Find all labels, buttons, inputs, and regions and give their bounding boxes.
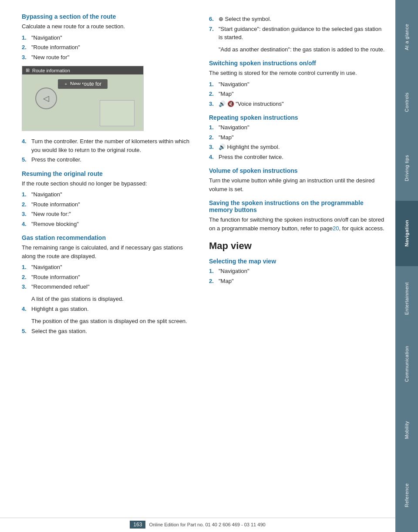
section1-intro: Calculate a new route for a route sectio… [22,22,196,31]
page-number: 163 [130,521,145,529]
list-item: 7."Start guidance": destination guidance… [209,25,387,42]
saving-intro: The function for switching the spoken in… [209,215,387,232]
selecting-map-steps: 1."Navigation" 2."Map" [209,267,387,285]
nav-highlight-text: New route for [70,81,101,87]
list-item: 3."New route for" [22,53,196,62]
steps-top: 6.⊕ Select the symbol. 7."Start guidance… [209,15,387,42]
list-item: 2."Route information" [22,43,196,52]
page-footer: 163 Online Edition for Part no. 01 40 2 … [0,518,395,529]
map-view-title: Map view [209,240,387,252]
list-item: 2."Map" [209,277,387,286]
section-title-resuming: Resuming the original route [22,170,196,177]
list-item: 3.🔊 Highlight the symbol. [209,143,387,152]
left-column: Bypassing a section of the route Calcula… [22,13,205,515]
section-title-switching: Switching spoken instructions on/off [209,60,387,67]
sidebar-tab-communication[interactable]: Communication [395,331,418,397]
section-title-repeating: Repeating spoken instructions [209,114,387,121]
nav-bar-text: Route information [32,68,70,73]
section3-steps3: 5.Select the gas station. [22,327,196,336]
list-item: 3."Recommended refuel" [22,283,196,291]
section-title-bypassing: Bypassing a section of the route [22,13,196,20]
arrow-line [58,85,84,86]
volume-intro: Turn the volume button while giving an i… [209,176,387,193]
repeating-steps: 1."Navigation" 2."Map" 3.🔊 Highlight the… [209,123,387,161]
nav-arrow-circle: ◁ [35,88,57,109]
footer-text: Online Edition for Part no. 01 40 2 606 … [149,522,265,527]
saving-intro-end: , for quick access. [339,225,384,232]
sidebar-tab-entertainment[interactable]: Entertainment [395,266,418,331]
section-title-volume: Volume of spoken instructions [209,167,387,174]
list-item: 2."Map" [209,133,387,142]
sidebar-tab-at-a-glance[interactable]: At a glance [395,4,418,70]
list-item: 2."Route information" [22,200,196,209]
map-bg-detail [100,100,135,126]
sidebar-tab-driving-tips[interactable]: Driving tips [395,135,418,201]
nav-screenshot: ⊞ Route information New route for ◁ [22,66,144,131]
list-item: 3.🔊 🔇 "Voice instructions" [209,100,387,108]
list-item: 1."Navigation" [22,34,196,42]
list-item: 2."Map" [209,90,387,98]
list-item: 1."Navigation" [209,267,387,276]
section2-steps: 1."Navigation" 2."Route information" 3."… [22,190,196,228]
list-item: 2."Route information" [22,273,196,282]
list-item: 4.Turn the controller. Enter the number … [22,137,196,154]
nav-bar: ⊞ Route information [22,66,143,74]
switching-steps: 1."Navigation" 2."Map" 3.🔊 🔇 "Voice inst… [209,80,387,108]
list-item: 5.Press the controller. [22,155,196,164]
list-item: 3."New route for:" [22,210,196,219]
list-item: 1."Navigation" [209,80,387,89]
list-item: 1."Navigation" [209,123,387,132]
section-title-gas: Gas station recommendation [22,234,196,241]
list-item: 5.Select the gas station. [22,327,196,336]
section3-steps2: 4.Highlight a gas station. [22,305,196,313]
sidebar-tab-mobility[interactable]: Mobility [395,397,418,462]
section3-sub2: The position of the gas station is displ… [31,317,196,326]
list-item: 4.Press the controller twice. [209,153,387,162]
section3-intro: The remaining range is calculated, and i… [22,243,196,260]
list-item: 6.⊕ Select the symbol. [209,15,387,24]
section1-steps-continued: 4.Turn the controller. Enter the number … [22,137,196,164]
sidebar-tab-controls[interactable]: Controls [395,70,418,135]
list-item: 4.Highlight a gas station. [22,305,196,313]
list-item: 1."Navigation" [22,263,196,272]
section1-steps-list: 1."Navigation" 2."Route information" 3."… [22,34,196,62]
sidebar-tab-reference[interactable]: Reference [395,462,418,528]
section-title-selecting-map: Selecting the map view [209,258,387,265]
section-title-saving: Saving the spoken instructions on the pr… [209,199,387,213]
switching-intro: The setting is stored for the remote con… [209,69,387,77]
sidebar-tab-navigation[interactable]: Navigation [395,201,418,266]
right-column: 6.⊕ Select the symbol. 7."Start guidance… [205,13,387,515]
section2-intro: If the route section should no longer be… [22,179,196,188]
section3-steps1: 1."Navigation" 2."Route information" 3."… [22,263,196,291]
section3-sub1: A list of the gas stations is displayed. [31,295,196,303]
saving-page-ref: 20 [333,225,339,232]
nav-bar-icon: ⊞ [26,67,30,73]
list-item: 1."Navigation" [22,190,196,199]
sub-7: "Add as another destination": the gas st… [219,45,387,54]
sidebar: At a glance Controls Driving tips Naviga… [395,0,418,532]
list-item: 4."Remove blocking" [22,220,196,229]
